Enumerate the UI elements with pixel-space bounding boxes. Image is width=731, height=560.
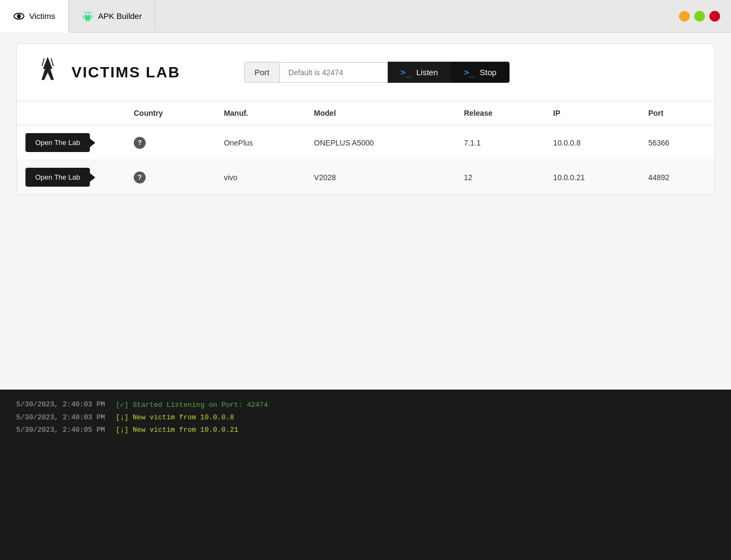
main-content: VICTIMS LAB Port >_ Listen >_ Stop bbox=[0, 32, 731, 390]
table-header-row: Country Manuf. Model Release IP Port bbox=[17, 101, 714, 126]
manufacturer-cell: OnePlus bbox=[215, 126, 305, 160]
model-cell: V2028 bbox=[305, 160, 455, 195]
window-controls bbox=[679, 11, 720, 22]
console-area: 5/30/2023, 2:40:03 PM[✓] Started Listeni… bbox=[0, 390, 731, 560]
tab-apk-builder[interactable]: APK Builder bbox=[69, 0, 155, 32]
eye-icon bbox=[13, 10, 25, 22]
col-port: Port bbox=[639, 101, 714, 126]
port-controls: Port >_ Listen >_ Stop bbox=[244, 62, 698, 83]
console-timestamp: 5/30/2023, 2:40:03 PM bbox=[16, 400, 105, 409]
svg-rect-2 bbox=[86, 20, 87, 22]
col-ip: IP bbox=[545, 101, 640, 126]
logo-area: VICTIMS LAB bbox=[33, 55, 228, 90]
model-cell: ONEPLUS A5000 bbox=[305, 126, 455, 160]
tab-apk-label: APK Builder bbox=[98, 11, 142, 21]
victims-panel: VICTIMS LAB Port >_ Listen >_ Stop bbox=[16, 43, 715, 195]
console-message: [✓] Started Listening on Port: 42474 bbox=[116, 400, 268, 409]
stop-label: Stop bbox=[480, 68, 497, 77]
logo-text: VICTIMS LAB bbox=[71, 64, 180, 81]
open-lab-button-0[interactable]: Open The Lab bbox=[25, 133, 90, 152]
svg-rect-3 bbox=[88, 20, 89, 22]
svg-line-9 bbox=[91, 11, 92, 12]
manufacturer-cell: vivo bbox=[215, 160, 305, 195]
question-icon: ? bbox=[134, 137, 146, 149]
port-input[interactable] bbox=[279, 62, 388, 83]
panel-header: VICTIMS LAB Port >_ Listen >_ Stop bbox=[17, 44, 714, 101]
country-cell: ? bbox=[125, 160, 215, 195]
ip-cell: 10.0.0.8 bbox=[545, 126, 640, 160]
open-lab-cell: Open The Lab bbox=[17, 126, 125, 160]
listen-button[interactable]: >_ Listen bbox=[388, 62, 451, 83]
victims-lab-logo bbox=[33, 55, 63, 90]
port-cell: 44892 bbox=[639, 160, 714, 195]
release-cell: 12 bbox=[455, 160, 545, 195]
open-lab-button-1[interactable]: Open The Lab bbox=[25, 168, 90, 187]
table-row: Open The Lab?OnePlusONEPLUS A50007.1.110… bbox=[17, 126, 714, 160]
country-cell: ? bbox=[125, 126, 215, 160]
col-release: Release bbox=[455, 101, 545, 126]
console-timestamp: 5/30/2023, 2:40:03 PM bbox=[16, 413, 105, 421]
console-line: 5/30/2023, 2:40:05 PM[¡] New victim from… bbox=[16, 426, 715, 434]
col-model: Model bbox=[305, 101, 455, 126]
console-line: 5/30/2023, 2:40:03 PM[✓] Started Listeni… bbox=[16, 400, 715, 409]
ip-cell: 10.0.0.21 bbox=[545, 160, 640, 195]
table-row: Open The Lab?vivoV20281210.0.0.2144892 bbox=[17, 160, 714, 195]
close-button[interactable] bbox=[709, 11, 720, 22]
col-action bbox=[17, 101, 125, 126]
col-manufacturer: Manuf. bbox=[215, 101, 305, 126]
android-icon bbox=[82, 10, 94, 22]
svg-line-8 bbox=[84, 11, 85, 12]
question-icon: ? bbox=[134, 172, 146, 183]
port-label: Port bbox=[244, 62, 279, 83]
tab-victims[interactable]: Victims bbox=[0, 0, 69, 32]
victims-table: Country Manuf. Model Release IP Port Ope… bbox=[17, 101, 714, 195]
console-message: [¡] New victim from 10.0.0.21 bbox=[116, 426, 238, 434]
console-message: [¡] New victim from 10.0.0.8 bbox=[116, 413, 234, 421]
listen-label: Listen bbox=[416, 68, 438, 77]
svg-rect-4 bbox=[83, 15, 84, 18]
listen-cmd-icon: >_ bbox=[401, 67, 411, 77]
tab-victims-label: Victims bbox=[29, 11, 55, 21]
tab-bar: Victims APK Builder bbox=[0, 0, 731, 32]
svg-point-6 bbox=[86, 13, 87, 14]
svg-point-7 bbox=[89, 13, 89, 14]
svg-rect-5 bbox=[92, 15, 93, 18]
minimize-button[interactable] bbox=[679, 11, 690, 22]
maximize-button[interactable] bbox=[694, 11, 705, 22]
table-wrapper: Country Manuf. Model Release IP Port Ope… bbox=[17, 101, 714, 195]
col-country: Country bbox=[125, 101, 215, 126]
stop-button[interactable]: >_ Stop bbox=[451, 62, 510, 83]
release-cell: 7.1.1 bbox=[455, 126, 545, 160]
port-cell: 56366 bbox=[639, 126, 714, 160]
console-timestamp: 5/30/2023, 2:40:05 PM bbox=[16, 426, 105, 434]
console-line: 5/30/2023, 2:40:03 PM[¡] New victim from… bbox=[16, 413, 715, 421]
stop-cmd-icon: >_ bbox=[464, 67, 474, 77]
svg-point-1 bbox=[17, 15, 21, 18]
open-lab-cell: Open The Lab bbox=[17, 160, 125, 195]
